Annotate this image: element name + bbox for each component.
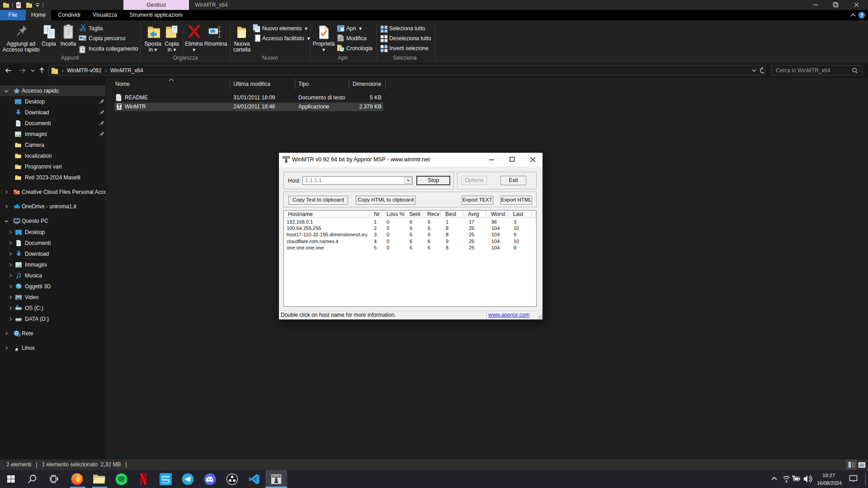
svg-text:video: video bbox=[162, 478, 170, 481]
svg-text:?: ? bbox=[860, 13, 863, 18]
